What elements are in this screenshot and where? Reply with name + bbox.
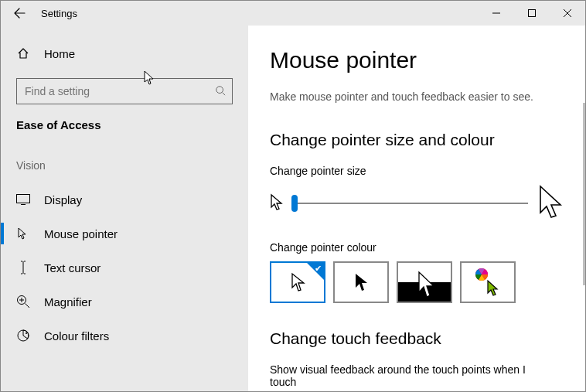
section-heading-touch-feedback: Change touch feedback — [270, 329, 564, 348]
sidebar-home-label: Home — [44, 47, 75, 60]
sidebar-item-label: Display — [44, 193, 82, 206]
text-cursor-icon — [16, 261, 30, 274]
pointer-colour-white[interactable]: ✔ — [270, 261, 325, 303]
maximize-button[interactable] — [514, 1, 550, 26]
sidebar-item-colour-filters[interactable]: Colour filters — [1, 319, 248, 353]
window-title: Settings — [38, 8, 77, 19]
sidebar-item-magnifier[interactable]: Magnifier — [1, 285, 248, 319]
svg-point-13 — [26, 332, 27, 334]
sidebar-item-label: Magnifier — [44, 295, 92, 308]
home-icon — [16, 47, 30, 60]
search-box[interactable] — [16, 78, 233, 104]
pointer-colour-custom[interactable] — [460, 261, 516, 303]
maximize-icon — [528, 9, 536, 17]
main-panel: Mouse pointer Make mouse pointer and tou… — [248, 26, 585, 391]
slider-thumb[interactable] — [291, 195, 298, 212]
pointer-colour-black[interactable] — [333, 261, 389, 303]
svg-line-5 — [223, 92, 226, 95]
settings-group-vision: Vision — [1, 159, 248, 172]
sidebar-item-label: Mouse pointer — [44, 227, 118, 240]
sidebar-home[interactable]: Home — [1, 38, 248, 69]
sidebar-item-label: Colour filters — [44, 329, 109, 343]
settings-category: Ease of Access — [1, 118, 248, 131]
title-bar: Settings — [1, 1, 585, 26]
pointer-size-label: Change pointer size — [270, 165, 564, 177]
sidebar-item-text-cursor[interactable]: Text cursor — [1, 251, 248, 285]
page-title: Mouse pointer — [270, 47, 564, 73]
pointer-size-slider-row — [270, 185, 564, 221]
close-icon — [564, 9, 571, 17]
colour-filters-icon — [16, 329, 30, 343]
back-arrow-icon — [13, 7, 26, 19]
scrollbar[interactable] — [583, 103, 585, 285]
section-heading-size-colour: Change pointer size and colour — [270, 131, 564, 149]
check-icon: ✔ — [315, 264, 322, 274]
svg-rect-6 — [17, 195, 30, 203]
large-cursor-icon — [537, 185, 564, 221]
search-icon — [215, 85, 226, 98]
close-button[interactable] — [550, 1, 585, 26]
pointer-size-slider[interactable] — [293, 203, 528, 204]
magnifier-icon — [16, 295, 30, 308]
small-cursor-icon — [270, 193, 284, 213]
pointer-colour-inverted[interactable] — [397, 261, 452, 303]
pointer-colour-label: Change pointer colour — [270, 241, 564, 254]
minimize-icon — [492, 9, 500, 17]
svg-line-9 — [26, 304, 30, 308]
minimize-button[interactable] — [479, 1, 514, 26]
sidebar-item-label: Text cursor — [44, 261, 101, 274]
sidebar-item-display[interactable]: Display — [1, 182, 248, 216]
mouse-pointer-icon — [16, 227, 30, 240]
svg-point-4 — [216, 86, 223, 93]
back-button[interactable] — [1, 1, 38, 26]
sidebar: Home Ease of Access Vision Display Mouse… — [1, 26, 248, 391]
pointer-colour-options: ✔ — [270, 261, 564, 303]
sidebar-item-mouse-pointer[interactable]: Mouse pointer — [1, 216, 248, 251]
page-subtitle: Make mouse pointer and touch feedback ea… — [270, 90, 564, 103]
search-input[interactable] — [23, 84, 215, 98]
display-icon — [16, 194, 30, 205]
touch-feedback-description: Show visual feedback around the touch po… — [270, 363, 548, 388]
svg-rect-1 — [529, 10, 536, 17]
